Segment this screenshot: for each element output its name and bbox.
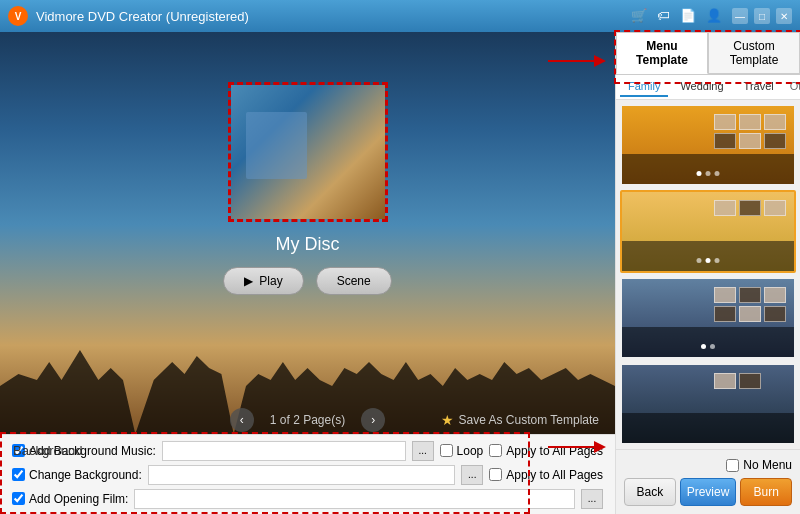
disc-image xyxy=(231,85,385,219)
dot-2 xyxy=(706,171,711,176)
dot-8 xyxy=(710,344,715,349)
category-more[interactable]: Oth► xyxy=(786,77,800,97)
template-silhouette-2 xyxy=(622,241,794,271)
disc-frame xyxy=(228,82,388,222)
back-button[interactable]: Back xyxy=(624,478,676,506)
preview-area: My Disc ▶ Play Scene ‹ 1 of 2 Page(s) › … xyxy=(0,32,615,514)
template-thumbs-3 xyxy=(710,283,790,326)
thumb-14 xyxy=(739,306,761,322)
bg-browse-button[interactable]: ... xyxy=(461,465,483,485)
tag-icon: 🏷 xyxy=(657,8,670,24)
film-checkbox-label: Add Opening Film: xyxy=(12,492,128,506)
star-icon: ★ xyxy=(441,412,454,428)
next-page-button[interactable]: › xyxy=(361,408,385,432)
template-bg-3 xyxy=(622,279,794,357)
template-item-3[interactable] xyxy=(620,277,796,359)
thumb-15 xyxy=(764,306,786,322)
thumb-11 xyxy=(739,287,761,303)
page-info: 1 of 2 Page(s) xyxy=(270,413,345,427)
file-icon: 📄 xyxy=(680,8,696,24)
template-silhouette-1 xyxy=(622,154,794,184)
scene-button[interactable]: Scene xyxy=(316,267,392,295)
shop-icon: 🛒 xyxy=(631,8,647,24)
play-icon: ▶ xyxy=(244,274,253,288)
page-navigation: ‹ 1 of 2 Page(s) › ★ Save As Custom Temp… xyxy=(0,408,615,432)
film-checkbox[interactable] xyxy=(12,492,25,505)
thumb-13 xyxy=(714,306,736,322)
template-item-1[interactable] xyxy=(620,104,796,186)
disc-frame-inner xyxy=(231,85,385,219)
template-item-2[interactable] xyxy=(620,190,796,272)
template-list xyxy=(616,100,800,449)
bg-checkbox[interactable] xyxy=(12,468,25,481)
thumb-10 xyxy=(714,287,736,303)
thumb-9 xyxy=(764,200,786,216)
bg-checkbox-label: Change Background: xyxy=(12,468,142,482)
thumb-3 xyxy=(764,114,786,130)
loop-label: Loop xyxy=(440,444,484,458)
user-icon: 👤 xyxy=(706,8,722,24)
thumb-6 xyxy=(764,133,786,149)
prev-page-button[interactable]: ‹ xyxy=(230,408,254,432)
right-bottom: No Menu Back Preview Burn xyxy=(616,449,800,514)
template-bg-4 xyxy=(622,365,794,443)
loop-checkbox[interactable] xyxy=(440,444,453,457)
film-browse-button[interactable]: ... xyxy=(581,489,603,509)
dot-1 xyxy=(697,171,702,176)
minimize-button[interactable]: — xyxy=(732,8,748,24)
thumb-7 xyxy=(714,200,736,216)
apply-all-1-label: Apply to All Pages xyxy=(489,444,603,458)
dot-3 xyxy=(715,171,720,176)
thumb-2 xyxy=(739,114,761,130)
music-input[interactable] xyxy=(162,441,406,461)
background-label: Background xyxy=(13,443,82,458)
save-template-button[interactable]: ★ Save As Custom Template xyxy=(441,412,599,428)
preview-button[interactable]: Preview xyxy=(680,478,737,506)
play-button[interactable]: ▶ Play xyxy=(223,267,303,295)
template-bg-1 xyxy=(622,106,794,184)
category-wedding[interactable]: Wedding xyxy=(672,77,731,97)
right-panel: Menu Template Custom Template Family Wed… xyxy=(615,32,800,514)
film-row: Add Opening Film: ... xyxy=(12,489,603,509)
thumb-16 xyxy=(714,373,736,389)
thumb-12 xyxy=(764,287,786,303)
template-tabs: Menu Template Custom Template xyxy=(616,32,800,75)
music-row: Add Background Music: ... Loop Apply to … xyxy=(12,441,603,461)
template-dots-1 xyxy=(697,171,720,176)
template-dots-2 xyxy=(697,258,720,263)
category-family[interactable]: Family xyxy=(620,77,668,97)
maximize-button[interactable]: □ xyxy=(754,8,770,24)
app-logo: V xyxy=(8,6,28,26)
app-title: Vidmore DVD Creator (Unregistered) xyxy=(36,9,631,24)
thumb-1 xyxy=(714,114,736,130)
template-item-4[interactable] xyxy=(620,363,796,445)
category-tabs: Family Wedding Travel Oth► xyxy=(616,75,800,100)
dot-5 xyxy=(706,258,711,263)
close-button[interactable]: ✕ xyxy=(776,8,792,24)
apply-all-2-checkbox[interactable] xyxy=(489,468,502,481)
burn-button[interactable]: Burn xyxy=(740,478,792,506)
bg-input[interactable] xyxy=(148,465,456,485)
thumb-4 xyxy=(714,133,736,149)
dot-7 xyxy=(701,344,706,349)
template-dots-3 xyxy=(701,344,715,349)
template-silhouette-3 xyxy=(622,327,794,357)
window-controls: 🛒 🏷 📄 👤 — □ ✕ xyxy=(631,8,792,24)
no-menu-row: No Menu xyxy=(624,458,792,472)
tab-custom-template[interactable]: Custom Template xyxy=(708,32,800,74)
apply-all-2-label: Apply to All Pages xyxy=(489,468,603,482)
film-input[interactable] xyxy=(134,489,575,509)
thumb-17 xyxy=(739,373,761,389)
category-travel[interactable]: Travel xyxy=(736,77,782,97)
main-container: My Disc ▶ Play Scene ‹ 1 of 2 Page(s) › … xyxy=(0,32,800,514)
no-menu-checkbox[interactable] xyxy=(726,459,739,472)
disc-title: My Disc xyxy=(276,234,340,255)
apply-all-1-checkbox[interactable] xyxy=(489,444,502,457)
action-buttons: Back Preview Burn xyxy=(624,478,792,506)
background-row: Change Background: ... Apply to All Page… xyxy=(12,465,603,485)
music-browse-button[interactable]: ... xyxy=(412,441,434,461)
template-thumbs-4 xyxy=(710,369,790,393)
playback-controls: ▶ Play Scene xyxy=(223,267,391,295)
no-menu-label: No Menu xyxy=(743,458,792,472)
tab-menu-template[interactable]: Menu Template xyxy=(616,32,708,74)
